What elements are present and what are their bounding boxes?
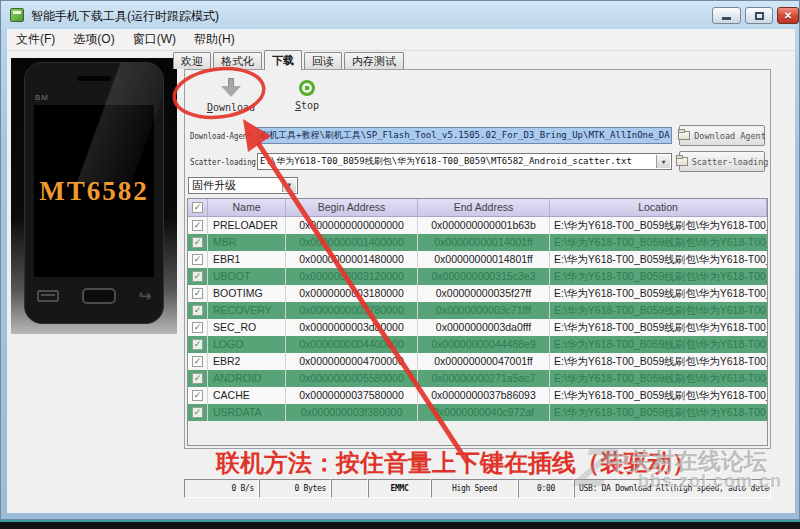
table-header-row: ✓ Name Begin Address End Address Locatio… <box>188 199 767 217</box>
begin-address: 0x0000000005580000 <box>286 370 418 387</box>
download-tab-panel: Download Stop Download-Agent 刷机工具+教程\刷机工… <box>184 69 771 449</box>
firmware-upgrade-value: 固件升级 <box>192 179 236 191</box>
row-checkbox[interactable]: ✓ <box>192 305 203 316</box>
download-button[interactable]: Download <box>199 78 263 113</box>
end-address: 0x0000000003da0fff <box>418 319 550 336</box>
firmware-upgrade-select[interactable]: 固件升级 ▼ <box>188 177 298 194</box>
tab-welcome[interactable]: 欢迎 <box>173 52 211 69</box>
row-checkbox[interactable]: ✓ <box>192 407 203 418</box>
stop-button[interactable]: Stop <box>285 78 329 111</box>
table-row[interactable]: ✓ ANDROID 0x0000000005580000 0x000000002… <box>188 370 767 387</box>
end-address: 0x000000000001b63b <box>418 217 550 234</box>
end-address: 0x00000000047001ff <box>418 353 550 370</box>
menu-options[interactable]: 选项(O) <box>64 29 123 50</box>
annotation-text: 联机方法：按住音量上下键在插线（装驱动） <box>186 447 726 479</box>
phone-image: BM MT6582 ↩ <box>11 58 177 334</box>
end-address: 0x0000000003c71fff <box>418 302 550 319</box>
table-row[interactable]: ✓ UBOOT 0x0000000003120000 0x00000000031… <box>188 268 767 285</box>
table-row[interactable]: ✓ USRDATA 0x000000003f380000 0x000000004… <box>188 404 767 421</box>
folder-icon <box>676 157 688 166</box>
scatter-file-combobox[interactable]: E:\华为Y618-T00_B059线刷包\华为Y618-T00_B059\MT… <box>257 153 672 170</box>
column-header-end[interactable]: End Address <box>418 199 550 216</box>
phone-body: BM MT6582 ↩ <box>24 62 164 324</box>
partition-location: E:\华为Y618-T00_B059线刷包\华为Y618-T00_B059\MB… <box>550 234 767 251</box>
begin-address: 0x0000000003120000 <box>286 268 418 285</box>
end-address: 0x00000000271a5ac7 <box>418 370 550 387</box>
begin-address: 0x000000003f380000 <box>286 404 418 421</box>
table-row[interactable]: ✓ SEC_RO 0x0000000003d80000 0x0000000003… <box>188 319 767 336</box>
end-address: 0x00000000035f27ff <box>418 285 550 302</box>
tab-memory-test[interactable]: 内存测试 <box>344 52 404 69</box>
row-checkbox[interactable]: ✓ <box>192 271 203 282</box>
maximize-button[interactable] <box>745 7 773 24</box>
row-checkbox[interactable]: ✓ <box>192 339 203 350</box>
row-checkbox[interactable]: ✓ <box>192 356 203 367</box>
status-elapsed-time: 0:00 <box>518 479 574 498</box>
begin-address: 0x0000000000000000 <box>286 217 418 234</box>
partition-location: E:\华为Y618-T00_B059线刷包\华为Y618-T00_B059\lk… <box>550 268 767 285</box>
menu-key-icon <box>37 290 59 302</box>
select-all-checkbox[interactable]: ✓ <box>188 199 208 216</box>
partition-name: UBOOT <box>208 268 286 285</box>
download-agent-button[interactable]: Download Agent <box>679 125 765 146</box>
table-row[interactable]: ✓ MBR 0x0000000001400000 0x0000000001400… <box>188 234 767 251</box>
column-header-name[interactable]: Name <box>208 199 286 216</box>
menu-window[interactable]: 窗口(W) <box>124 29 185 50</box>
partition-name: USRDATA <box>208 404 286 421</box>
row-checkbox[interactable]: ✓ <box>192 237 203 248</box>
back-key-icon: ↩ <box>139 287 152 305</box>
row-checkbox[interactable]: ✓ <box>192 373 203 384</box>
status-bar: 0 B/s 0 Bytes EMMC High Speed 0:00 USB: … <box>184 479 771 498</box>
begin-address: 0x0000000037580000 <box>286 387 418 404</box>
status-empty <box>331 479 368 498</box>
partition-name: CACHE <box>208 387 286 404</box>
tab-format[interactable]: 格式化 <box>213 52 262 69</box>
row-checkbox[interactable]: ✓ <box>192 390 203 401</box>
end-address: 0x0000000037b86093 <box>418 387 550 404</box>
menu-help[interactable]: 帮助(H) <box>185 29 244 50</box>
table-row[interactable]: ✓ LOGO 0x0000000004400000 0x000000000444… <box>188 336 767 353</box>
close-icon: ✕ <box>784 10 792 21</box>
tab-readback[interactable]: 回读 <box>304 52 342 69</box>
table-body: ✓ PRELOADER 0x0000000000000000 0x0000000… <box>188 217 767 421</box>
begin-address: 0x0000000003d80000 <box>286 319 418 336</box>
menu-file[interactable]: 文件(F) <box>7 29 64 50</box>
table-row[interactable]: ✓ EBR2 0x0000000004700000 0x000000000470… <box>188 353 767 370</box>
column-header-begin[interactable]: Begin Address <box>286 199 418 216</box>
minimize-button[interactable] <box>712 7 741 24</box>
partition-table: ✓ Name Begin Address End Address Locatio… <box>187 198 768 446</box>
scatter-button-label: Scatter-loading <box>692 157 769 167</box>
close-button[interactable]: ✕ <box>777 7 799 24</box>
row-checkbox[interactable]: ✓ <box>192 322 203 333</box>
begin-address: 0x0000000004700000 <box>286 353 418 370</box>
row-checkbox[interactable]: ✓ <box>192 254 203 265</box>
partition-location: E:\华为Y618-T00_B059线刷包\华为Y618-T00_B059\EB… <box>550 353 767 370</box>
table-row[interactable]: ✓ PRELOADER 0x0000000000000000 0x0000000… <box>188 217 767 234</box>
app-icon <box>10 8 24 22</box>
table-row[interactable]: ✓ EBR1 0x0000000001480000 0x000000000148… <box>188 251 767 268</box>
phone-keys: ↩ <box>25 287 163 305</box>
chevron-down-icon[interactable]: ▼ <box>282 179 296 192</box>
status-bytes: 0 Bytes <box>259 479 331 498</box>
partition-location: E:\华为Y618-T00_B059线刷包\华为Y618-T00_B059\se… <box>550 319 767 336</box>
status-usb-mode: USB: DA Download All(high speed, auto de… <box>574 479 771 498</box>
minimize-icon <box>722 17 731 20</box>
table-row[interactable]: ✓ BOOTIMG 0x0000000003180000 0x000000000… <box>188 285 767 302</box>
begin-address: 0x0000000004400000 <box>286 336 418 353</box>
scatter-loading-button[interactable]: Scatter-loading <box>679 151 765 172</box>
row-checkbox[interactable]: ✓ <box>192 220 203 231</box>
end-address: 0x00000000014001ff <box>418 234 550 251</box>
stop-button-label: Stop <box>295 100 319 111</box>
begin-address: 0x0000000001400000 <box>286 234 418 251</box>
table-row[interactable]: ✓ CACHE 0x0000000037580000 0x0000000037b… <box>188 387 767 404</box>
end-address: 0x000000000315c3e3 <box>418 268 550 285</box>
status-usb-speed: High Speed <box>431 479 518 498</box>
column-header-location[interactable]: Location <box>550 199 767 216</box>
row-checkbox[interactable]: ✓ <box>192 288 203 299</box>
table-row[interactable]: ✓ RECOVERY 0x0000000003780000 0x00000000… <box>188 302 767 319</box>
chevron-down-icon[interactable]: ▼ <box>656 155 670 168</box>
partition-location: E:\华为Y618-T00_B059线刷包\华为Y618-T00_B059\pr… <box>550 217 767 234</box>
tab-download[interactable]: 下载 <box>264 50 302 70</box>
partition-name: RECOVERY <box>208 302 286 319</box>
download-agent-field[interactable]: 刷机工具+教程\刷机工具\SP_Flash_Tool_v5.1505.02_Fo… <box>257 127 672 144</box>
